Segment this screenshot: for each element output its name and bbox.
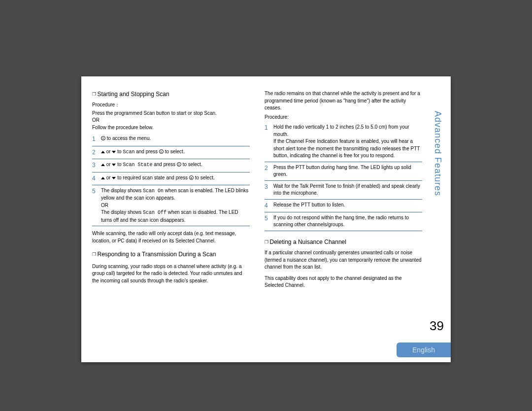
step-number: 4 bbox=[265, 202, 273, 210]
intro-or: OR bbox=[92, 117, 100, 123]
display-text: Scan On bbox=[143, 188, 164, 194]
step-number: 4 bbox=[92, 174, 101, 183]
step-row: 2 Press the PTT button during hang time.… bbox=[265, 162, 422, 181]
ok-icon: ● bbox=[189, 175, 194, 180]
step-list-respond: 1 Hold the radio vertically 1 to 2 inche… bbox=[265, 122, 422, 231]
right-column: The radio remains on that channel while … bbox=[265, 90, 422, 351]
manual-page: Advanced Features 39 English Starting an… bbox=[81, 76, 451, 362]
display-text: Scan bbox=[123, 149, 134, 155]
step-row: 4 or to required scan state and press ● … bbox=[92, 172, 250, 185]
step-row: 1 Hold the radio vertically 1 to 2 inche… bbox=[265, 122, 422, 162]
paragraph: This capability does not apply to the ch… bbox=[265, 275, 422, 289]
step-number: 1 bbox=[265, 124, 273, 160]
step-list-scan: 1 ≡ to access the menu. 2 or to Scan and bbox=[92, 133, 250, 226]
ok-icon: ≡ bbox=[101, 136, 105, 140]
heading-responding: Responding to a Transmission During a Sc… bbox=[92, 250, 250, 259]
display-text: Scan State bbox=[123, 162, 152, 168]
step-row: 2 or to Scan and press ≡ to select. bbox=[92, 146, 250, 159]
step-number: 2 bbox=[265, 164, 273, 178]
procedure-label: Procedure： bbox=[92, 102, 250, 109]
step-row: 4 Release the PTT button to listen. bbox=[265, 200, 422, 212]
step-body: Release the PTT button to listen. bbox=[273, 202, 422, 210]
step-row: 1 ≡ to access the menu. bbox=[92, 133, 250, 146]
step-body: or to Scan and press ≡ to select. bbox=[101, 148, 250, 157]
step-text: and press bbox=[136, 149, 158, 154]
or-text: OR bbox=[101, 203, 108, 208]
down-icon bbox=[112, 164, 116, 166]
left-column: Starting and Stopping Scan Procedure： Pr… bbox=[92, 90, 250, 351]
step-number: 3 bbox=[265, 183, 273, 197]
step-number: 2 bbox=[92, 148, 101, 157]
paragraph: During scanning, your radio stops on a c… bbox=[92, 263, 250, 285]
content-area: Starting and Stopping Scan Procedure： Pr… bbox=[92, 90, 422, 351]
intro-text: Press the programmed Scan button to star… bbox=[92, 110, 250, 132]
step-body: If you do not respond within the hang ti… bbox=[273, 214, 422, 229]
step-text: to bbox=[117, 149, 121, 154]
up-icon bbox=[101, 151, 105, 153]
step-row: 5 If you do not respond within the hang … bbox=[265, 212, 422, 231]
ok-icon: ≡ bbox=[159, 149, 164, 154]
ok-icon: ≡ bbox=[177, 162, 181, 167]
intro-paragraph: The radio remains on that channel while … bbox=[265, 90, 422, 112]
step-number: 3 bbox=[92, 161, 101, 170]
step-text: to access the menu. bbox=[107, 136, 151, 141]
up-icon bbox=[101, 164, 105, 166]
step-text: to select. bbox=[183, 162, 202, 167]
note-paragraph: While scanning, the radio will only acce… bbox=[92, 230, 250, 244]
section-title-vertical: Advanced Features bbox=[432, 111, 443, 196]
step-body: or to required scan state and press ● to… bbox=[101, 174, 250, 183]
step-number: 1 bbox=[92, 135, 101, 143]
step-text: The display shows bbox=[101, 188, 141, 193]
step-text: The display shows bbox=[101, 209, 141, 215]
step-body: or to Scan State and press ≡ to select. bbox=[101, 161, 250, 170]
step-text: to required scan state and press bbox=[117, 175, 188, 180]
intro-line-2: Follow the procedure below. bbox=[92, 125, 154, 130]
step-number: 5 bbox=[265, 214, 273, 229]
intro-line-1: Press the programmed Scan button to star… bbox=[92, 110, 217, 116]
step-text: to bbox=[117, 162, 121, 167]
up-icon bbox=[101, 177, 105, 179]
step-text: to select. bbox=[195, 175, 215, 180]
step-row: 3 or to Scan State and press ≡ to select… bbox=[92, 159, 250, 172]
step-number: 5 bbox=[92, 187, 101, 224]
step-text: Hold the radio vertically 1 to 2 inches … bbox=[273, 124, 409, 137]
step-body: ≡ to access the menu. bbox=[101, 135, 250, 143]
step-body: Hold the radio vertically 1 to 2 inches … bbox=[273, 124, 422, 160]
heading-start-stop-scan: Starting and Stopping Scan bbox=[92, 90, 250, 99]
step-row: 3 Wait for the Talk Permit Tone to finis… bbox=[265, 181, 422, 200]
procedure-label: Procedure: bbox=[265, 114, 422, 121]
display-text: Scan Off bbox=[143, 210, 166, 215]
page-number: 39 bbox=[430, 318, 444, 334]
step-body: The display shows Scan On when scan is e… bbox=[101, 187, 250, 224]
step-text: to select. bbox=[165, 149, 185, 154]
step-body: Wait for the Talk Permit Tone to finish … bbox=[273, 183, 422, 197]
heading-nuisance: Deleting a Nuisance Channel bbox=[265, 238, 422, 246]
step-text: or bbox=[106, 149, 111, 154]
step-text: or bbox=[106, 175, 111, 180]
down-icon bbox=[112, 151, 116, 153]
step-extra: If the Channel Free Indication feature i… bbox=[273, 138, 420, 158]
step-text: or bbox=[106, 162, 111, 167]
step-row: 5 The display shows Scan On when scan is… bbox=[92, 185, 250, 227]
down-icon bbox=[112, 177, 116, 179]
paragraph: If a particular channel continually gene… bbox=[265, 249, 422, 271]
step-body: Press the PTT button during hang time. T… bbox=[273, 164, 422, 178]
step-text: and press bbox=[154, 162, 175, 167]
